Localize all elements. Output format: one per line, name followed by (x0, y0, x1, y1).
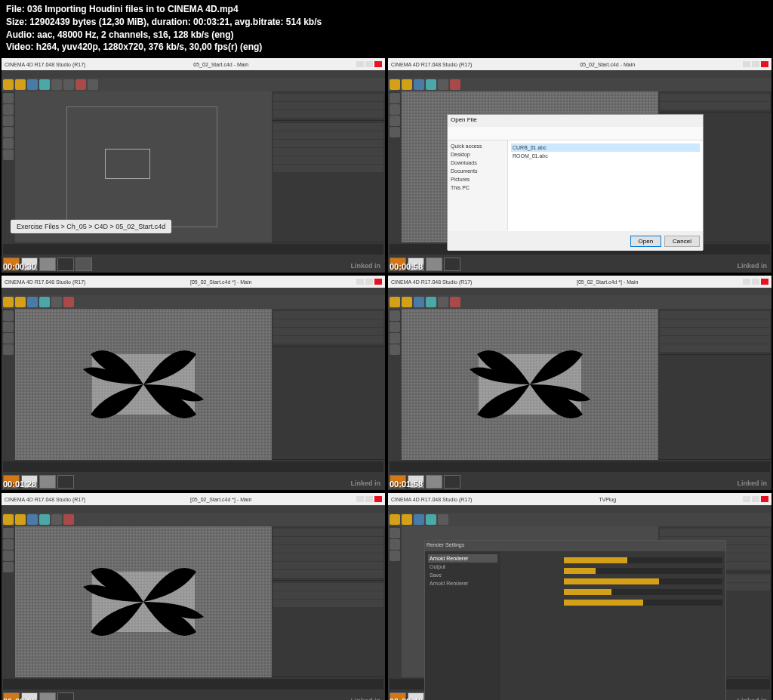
settings-content[interactable] (500, 551, 725, 700)
settings-item[interactable]: Output (428, 563, 497, 571)
left-toolbar[interactable] (2, 526, 15, 677)
sidebar-item[interactable]: Pictures (449, 175, 506, 183)
side-tool-icon[interactable] (3, 539, 14, 550)
panel-row[interactable] (273, 110, 383, 118)
object-manager[interactable] (272, 309, 385, 347)
panel-row[interactable] (273, 311, 383, 319)
panel-row[interactable] (273, 570, 383, 578)
minimize-icon[interactable] (356, 496, 364, 502)
menu-bar[interactable] (2, 505, 385, 513)
menu-bar[interactable] (2, 288, 385, 295)
tool-icon[interactable] (414, 514, 424, 525)
side-tool-icon[interactable] (3, 562, 14, 572)
attribute-manager[interactable] (272, 121, 385, 242)
tool-icon[interactable] (27, 79, 38, 90)
close-icon[interactable] (761, 496, 768, 502)
main-toolbar[interactable] (388, 78, 771, 91)
attribute-manager[interactable] (272, 347, 385, 460)
material-swatch[interactable] (39, 475, 56, 489)
setting-row[interactable] (504, 587, 722, 597)
tool-icon[interactable] (39, 79, 50, 90)
panel-row[interactable] (273, 562, 383, 569)
close-icon[interactable] (374, 279, 382, 285)
setting-row[interactable] (504, 598, 722, 607)
settings-item[interactable]: Arnold Renderer (428, 554, 497, 563)
file-item[interactable]: ROOM_01.abc (511, 152, 700, 160)
left-toolbar[interactable] (388, 91, 402, 242)
side-tool-icon[interactable] (3, 150, 14, 160)
tool-icon[interactable] (3, 514, 14, 525)
material-swatch[interactable] (57, 257, 74, 271)
maximize-icon[interactable] (752, 279, 759, 285)
tool-icon[interactable] (3, 79, 14, 90)
minimize-icon[interactable] (743, 279, 750, 285)
panel-row[interactable] (660, 102, 770, 109)
tool-icon[interactable] (51, 79, 62, 90)
tool-icon[interactable] (3, 297, 14, 307)
side-tool-icon[interactable] (390, 104, 400, 115)
material-swatch[interactable] (426, 257, 442, 271)
material-swatch[interactable] (57, 692, 74, 700)
setting-row[interactable] (504, 566, 722, 575)
tool-icon[interactable] (438, 79, 448, 90)
panel-row[interactable] (273, 123, 383, 131)
maximize-icon[interactable] (752, 496, 759, 502)
viewport[interactable] (15, 526, 272, 677)
tool-icon[interactable] (39, 297, 50, 307)
close-icon[interactable] (374, 61, 382, 67)
material-manager[interactable] (2, 256, 385, 273)
tool-icon[interactable] (15, 514, 26, 525)
close-icon[interactable] (374, 496, 382, 502)
side-tool-icon[interactable] (3, 310, 14, 321)
timeline[interactable] (3, 679, 383, 689)
tool-icon[interactable] (402, 297, 412, 307)
tool-icon[interactable] (414, 79, 424, 90)
panel-row[interactable] (273, 131, 383, 139)
panel-row[interactable] (273, 165, 383, 172)
material-swatch[interactable] (444, 475, 460, 489)
tool-icon[interactable] (75, 79, 86, 90)
material-manager[interactable] (2, 473, 385, 490)
minimize-icon[interactable] (743, 61, 750, 67)
tool-icon[interactable] (51, 297, 62, 307)
dialog-sidebar[interactable]: Quick access Desktop Downloads Documents… (448, 140, 508, 231)
main-toolbar[interactable] (2, 513, 385, 526)
side-tool-icon[interactable] (3, 116, 14, 126)
object-manager[interactable] (658, 309, 771, 355)
menu-bar[interactable] (388, 70, 771, 78)
left-toolbar[interactable] (2, 309, 15, 460)
side-tool-icon[interactable] (390, 116, 400, 126)
menu-bar[interactable] (2, 70, 385, 78)
panel-row[interactable] (273, 319, 383, 327)
maximize-icon[interactable] (365, 279, 373, 285)
material-swatch[interactable] (444, 257, 460, 271)
side-tool-icon[interactable] (390, 550, 400, 561)
sidebar-item[interactable]: Documents (449, 167, 506, 175)
panel-row[interactable] (660, 336, 770, 344)
side-tool-icon[interactable] (3, 333, 14, 344)
tool-icon[interactable] (63, 514, 74, 525)
panel-row[interactable] (273, 328, 383, 335)
side-tool-icon[interactable] (390, 333, 400, 344)
left-toolbar[interactable] (388, 526, 402, 677)
settings-item[interactable]: Save (428, 571, 497, 579)
minimize-icon[interactable] (356, 61, 364, 67)
side-tool-icon[interactable] (390, 344, 400, 355)
tool-icon[interactable] (15, 297, 26, 307)
minimize-icon[interactable] (743, 496, 750, 502)
panel-row[interactable] (660, 94, 770, 101)
panel-row[interactable] (273, 102, 383, 109)
material-swatch[interactable] (75, 257, 92, 271)
panel-row[interactable] (273, 148, 383, 156)
side-tool-icon[interactable] (390, 528, 400, 538)
tool-icon[interactable] (402, 514, 412, 525)
tool-icon[interactable] (426, 297, 436, 307)
side-tool-icon[interactable] (3, 104, 14, 115)
tool-icon[interactable] (390, 297, 400, 307)
viewport[interactable] (402, 309, 658, 460)
material-swatch[interactable] (39, 257, 56, 271)
panel-row[interactable] (660, 328, 770, 335)
file-list[interactable]: CURB_01.abc ROOM_01.abc (508, 140, 703, 231)
tool-icon[interactable] (450, 79, 460, 90)
panel-row[interactable] (273, 537, 383, 544)
